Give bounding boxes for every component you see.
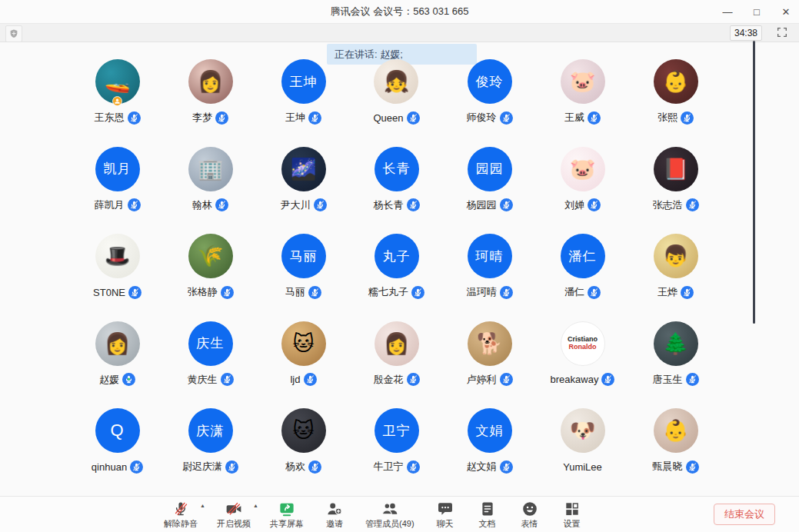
mic-muted-icon xyxy=(681,286,694,299)
toolbar-item-settings[interactable]: 设置 xyxy=(561,500,584,530)
mic-muted-icon xyxy=(221,286,234,299)
chat-icon xyxy=(437,500,454,517)
document-icon xyxy=(479,500,496,517)
toolbar-item-document[interactable]: 文档 xyxy=(476,500,499,530)
participant-tile[interactable]: 庆生黄庆生 xyxy=(188,321,234,409)
participant-tile[interactable]: 🐱杨欢 xyxy=(281,408,326,496)
participant-tile[interactable]: 马丽马丽 xyxy=(281,234,326,321)
toolbar-item-emoji[interactable]: 表情 xyxy=(518,500,541,530)
participant-name: 王威 xyxy=(564,111,584,125)
participant-tile[interactable]: 🎩ST0NE xyxy=(93,234,141,321)
participant-tile[interactable]: 📕张志浩 xyxy=(653,147,699,234)
participant-tile[interactable]: 🐕卢婷利 xyxy=(467,321,513,409)
participant-tile[interactable]: 俊玲师俊玲 xyxy=(467,59,513,147)
participant-name: 黄庆生 xyxy=(188,373,218,387)
toolbar-item-screen-share[interactable]: 共享屏幕 xyxy=(270,500,304,530)
participant-tile[interactable]: 👦王烨 xyxy=(654,234,698,321)
participant-name: 潘仁 xyxy=(564,285,584,299)
participant-avatar: 🐶 xyxy=(561,408,605,453)
participant-name: 赵媛 xyxy=(99,373,119,387)
participant-tile[interactable]: 🚤王东恩 xyxy=(95,59,141,147)
invite-icon xyxy=(326,500,343,517)
participant-tile[interactable]: 卫宁牛卫宁 xyxy=(374,408,420,496)
toolbar-items: ▲解除静音▲开启视频共享屏幕邀请管理成员(49)聊天文档表情设置 xyxy=(164,497,584,532)
participant-avatar: 🎩 xyxy=(95,234,140,278)
participant-grid: 🚤王东恩👩李梦王坤王坤👧Queen俊玲师俊玲🐷王威👶张熙凯月薛凯月🏢翰林🌌尹大川… xyxy=(71,59,722,496)
scrollbar-thumb[interactable] xyxy=(753,41,755,324)
participant-name: 薛凯月 xyxy=(95,198,125,212)
toolbar-label: 表情 xyxy=(521,518,538,530)
participant-tile[interactable]: 丸子糯七丸子 xyxy=(368,234,424,321)
participant-tile[interactable]: 🏢翰林 xyxy=(188,147,233,234)
participant-name: 卢婷利 xyxy=(467,373,497,387)
security-shield-icon[interactable] xyxy=(5,25,22,42)
participant-tile[interactable]: 文娟赵文娟 xyxy=(467,408,513,496)
participant-avatar: 俊玲 xyxy=(468,59,512,104)
participant-tile[interactable]: 园园杨园园 xyxy=(467,147,513,234)
mic-muted-icon xyxy=(128,111,141,125)
mic-muted-icon xyxy=(308,286,321,299)
toolbar-item-mic-muted-toolbar[interactable]: ▲解除静音 xyxy=(164,500,198,530)
fullscreen-icon[interactable] xyxy=(776,26,788,38)
toolbar-item-invite[interactable]: 邀请 xyxy=(323,500,346,530)
participant-name: Queen xyxy=(373,112,403,124)
participant-name: 翰林 xyxy=(192,198,212,212)
caret-up-icon[interactable]: ▲ xyxy=(200,503,205,508)
participant-tile[interactable]: 🐷刘婵 xyxy=(561,147,605,234)
participant-tile[interactable]: 王坤王坤 xyxy=(281,59,326,147)
participant-avatar: 珂晴 xyxy=(468,234,512,278)
caret-up-icon[interactable]: ▲ xyxy=(253,503,258,508)
participant-tile[interactable]: Qqinhuan xyxy=(92,408,143,496)
end-meeting-button[interactable]: 结束会议 xyxy=(714,504,775,525)
participant-tile[interactable]: 👶甄晨晓 xyxy=(653,408,699,496)
mic-muted-icon xyxy=(500,286,513,299)
participant-tile[interactable]: 珂晴温珂晴 xyxy=(467,234,513,321)
mic-muted-icon xyxy=(686,461,699,474)
participant-tile[interactable]: 🐷王威 xyxy=(561,59,605,147)
participant-tile[interactable]: 🌾张格静 xyxy=(188,234,234,321)
participant-tile[interactable]: 潘仁潘仁 xyxy=(561,234,605,321)
toolbar-item-chat[interactable]: 聊天 xyxy=(434,500,457,530)
toolbar-item-members[interactable]: 管理成员(49) xyxy=(365,500,414,530)
participant-tile[interactable]: 👧Queen xyxy=(373,59,419,147)
mic-muted-icon xyxy=(221,373,234,386)
participant-name: 殷金花 xyxy=(374,373,404,387)
participant-tile[interactable]: 👩李梦 xyxy=(188,59,233,147)
participant-tile[interactable]: 🐱ljd xyxy=(281,321,326,409)
participant-tile[interactable]: 🌲唐玉生 xyxy=(653,321,699,409)
participant-name: 王东恩 xyxy=(95,111,125,125)
participant-avatar: 🌌 xyxy=(281,147,326,191)
participant-tile[interactable]: 庆潇尉迟庆潇 xyxy=(182,408,238,496)
participant-tile[interactable]: 🌌尹大川 xyxy=(281,147,327,234)
participant-avatar: 🚤 xyxy=(95,59,140,104)
participant-tile[interactable]: 🐶YumiLee xyxy=(561,408,605,496)
mic-muted-icon xyxy=(500,111,513,125)
participant-tile[interactable]: 👶张熙 xyxy=(654,59,698,147)
maximize-icon[interactable]: □ xyxy=(750,6,764,18)
participant-name: 唐玉生 xyxy=(653,373,683,387)
mic-muted-icon xyxy=(215,198,228,211)
minimize-icon[interactable]: — xyxy=(721,6,734,18)
participant-tile[interactable]: 长青杨长青 xyxy=(374,147,420,234)
mic-muted-icon xyxy=(681,111,694,125)
participant-avatar: 👩 xyxy=(95,321,140,366)
toolbar-item-camera-off[interactable]: ▲开启视频 xyxy=(217,500,251,530)
members-icon xyxy=(381,500,398,517)
participant-name: 刘婵 xyxy=(564,198,584,212)
participant-avatar: 🐷 xyxy=(561,59,605,104)
participant-avatar: 👧 xyxy=(374,59,418,104)
toolbar-label: 共享屏幕 xyxy=(270,518,304,530)
mic-active-icon xyxy=(122,373,135,386)
mic-muted-icon xyxy=(128,198,141,211)
participant-name: 杨长青 xyxy=(374,198,404,212)
participant-name: 张格静 xyxy=(188,285,218,299)
mic-muted-icon xyxy=(308,461,321,474)
participant-tile[interactable]: 👩殷金花 xyxy=(374,321,420,409)
mic-muted-icon xyxy=(500,373,513,386)
participant-tile[interactable]: 👩赵媛 xyxy=(95,321,140,409)
participant-tile[interactable]: CristianoRonaldobreakaway xyxy=(551,321,615,409)
meeting-timer: 34:38 xyxy=(730,25,762,41)
participant-tile[interactable]: 凯月薛凯月 xyxy=(95,147,141,234)
participant-name: 李梦 xyxy=(192,111,212,125)
close-icon[interactable]: ✕ xyxy=(779,6,793,18)
